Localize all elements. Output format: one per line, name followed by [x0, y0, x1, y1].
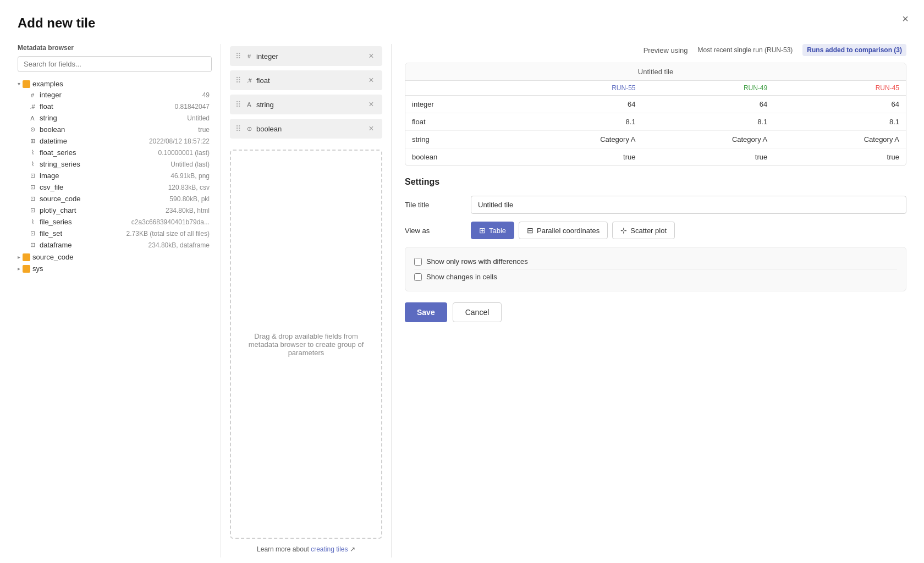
- view-parallel-button[interactable]: ⊟ Parallel coordinates: [519, 222, 608, 239]
- field-chip-boolean: ⠿ ⊙ boolean ×: [230, 119, 382, 139]
- type-icon-boolean: ⊙: [29, 126, 36, 133]
- view-as-row: View as ⊞ Table ⊟ Parallel coordinates ⊹: [405, 222, 906, 239]
- preview-table-title: Untitled tile: [405, 63, 906, 81]
- item-label-float: float: [40, 102, 53, 111]
- tile-title-row: Tile title: [405, 196, 906, 214]
- tile-title-label: Tile title: [405, 201, 471, 209]
- row-boolean-run49: true: [642, 148, 774, 166]
- tile-title-input[interactable]: [471, 196, 906, 214]
- folder-arrow-sys: ▸: [18, 266, 20, 272]
- preview-header: Preview using Most recent single run (RU…: [405, 44, 906, 56]
- field-chip-label-string: A string: [245, 101, 361, 109]
- show-diff-label[interactable]: Show only rows with differences: [426, 257, 528, 266]
- tree-item-integer[interactable]: # integer 49: [26, 89, 212, 101]
- tree-item-float-series[interactable]: ⌇ float_series 0.10000001 (last): [26, 147, 212, 158]
- drag-handle-boolean[interactable]: ⠿: [235, 124, 241, 133]
- remove-string-button[interactable]: ×: [366, 99, 377, 110]
- close-button[interactable]: ×: [902, 13, 909, 24]
- learn-more-link[interactable]: creating tiles: [311, 545, 348, 553]
- tree-item-string[interactable]: A string Untitled: [26, 112, 212, 124]
- type-icon-image: ⊡: [29, 172, 36, 179]
- folder-examples: ▾ examples # integer 49: [18, 79, 212, 251]
- action-buttons: Save Cancel: [405, 302, 906, 322]
- row-string-run55: Category A: [510, 131, 642, 148]
- tree-item-source-code[interactable]: ⊡ source_code 590.80kB, pkl: [26, 193, 212, 205]
- preview-table-wrap: Untitled tile RUN-55 RUN-49 RUN-45 integ…: [405, 63, 906, 166]
- folder-icon-source-code: [23, 253, 30, 261]
- folder-source-code: ▸ source_code: [18, 252, 212, 262]
- tree-item-float[interactable]: .# float 0.81842047: [26, 101, 212, 112]
- remove-float-button[interactable]: ×: [366, 75, 377, 86]
- folder-arrow-examples: ▾: [18, 81, 20, 87]
- field-chip-label-integer: # integer: [245, 52, 361, 60]
- cancel-button[interactable]: Cancel: [453, 302, 502, 322]
- type-icon-datetime: ⊞: [29, 137, 36, 145]
- type-icon-file-series: ⌇: [29, 218, 36, 225]
- folder-examples-items: # integer 49 .# float 0.81842047: [26, 89, 212, 251]
- view-as-label: View as: [405, 227, 471, 235]
- view-table-label: Table: [489, 227, 506, 235]
- main-layout: Metadata browser ▾ examples # integer: [18, 44, 906, 558]
- remove-integer-button[interactable]: ×: [366, 51, 377, 62]
- view-table-button[interactable]: ⊞ Table: [471, 222, 514, 239]
- remove-boolean-button[interactable]: ×: [366, 123, 377, 134]
- folder-sys-header[interactable]: ▸ sys: [18, 263, 212, 274]
- tree-item-image[interactable]: ⊡ image 46.91kB, png: [26, 170, 212, 181]
- item-label-source-code: source_code: [40, 195, 80, 203]
- show-diff-checkbox[interactable]: [414, 258, 422, 266]
- tree-item-file-series[interactable]: ⌇ file_series c2a3c6683940401b79da...: [26, 216, 212, 228]
- folder-sys: ▸ sys: [18, 263, 212, 274]
- show-changes-checkbox[interactable]: [414, 273, 422, 281]
- tree-item-dataframe[interactable]: ⊡ dataframe 234.80kB, dataframe: [26, 239, 212, 251]
- item-label-file-set: file_set: [40, 229, 62, 238]
- settings-section: Settings Tile title View as ⊞ Table: [405, 177, 906, 322]
- folder-examples-label: examples: [32, 80, 63, 88]
- item-value-float-series: 0.10000001 (last): [158, 149, 210, 157]
- tree-item-plotly-chart[interactable]: ⊡ plotly_chart 234.80kB, html: [26, 205, 212, 216]
- type-icon-string: A: [29, 115, 36, 122]
- col-header-label: [405, 81, 510, 96]
- folder-sys-label: sys: [32, 264, 43, 273]
- checkbox-group: Show only rows with differences Show cha…: [405, 247, 906, 291]
- tree-item-datetime[interactable]: ⊞ datetime 2022/08/12 18:57:22: [26, 135, 212, 147]
- learn-more-prefix: Learn more about: [257, 545, 309, 553]
- drop-zone[interactable]: Drag & drop available fields from metada…: [230, 150, 382, 539]
- folder-source-code-header[interactable]: ▸ source_code: [18, 252, 212, 262]
- search-input[interactable]: [18, 56, 212, 72]
- item-label-boolean: boolean: [40, 125, 65, 134]
- item-value-float: 0.81842047: [175, 103, 210, 111]
- drag-handle-integer[interactable]: ⠿: [235, 52, 241, 60]
- show-changes-row: Show changes in cells: [414, 269, 897, 284]
- show-changes-label[interactable]: Show changes in cells: [426, 273, 497, 281]
- save-button[interactable]: Save: [405, 302, 447, 322]
- type-icon-plotly-chart: ⊡: [29, 207, 36, 214]
- tree-item-boolean[interactable]: ⊙ boolean true: [26, 124, 212, 135]
- table-row-boolean: boolean true true true: [405, 148, 906, 166]
- chip-icon-integer: #: [245, 53, 253, 59]
- item-value-integer: 49: [202, 91, 210, 99]
- tree-item-string-series[interactable]: ⌇ string_series Untitled (last): [26, 158, 212, 170]
- item-value-string: Untitled: [187, 114, 210, 122]
- preview-label: Preview using: [644, 46, 688, 54]
- preview-panel: Preview using Most recent single run (RU…: [392, 44, 906, 558]
- preview-single-run-button[interactable]: Most recent single run (RUN-53): [694, 44, 798, 56]
- tree-item-csv-file[interactable]: ⊡ csv_file 120.83kB, csv: [26, 181, 212, 193]
- row-label-boolean: boolean: [405, 148, 510, 166]
- field-chip-label-float: .# float: [245, 76, 361, 85]
- item-value-datetime: 2022/08/12 18:57:22: [149, 137, 210, 145]
- chip-icon-boolean: ⊙: [245, 125, 253, 133]
- add-new-tile-modal: Add new tile × Metadata browser ▾ exampl…: [0, 0, 924, 563]
- drag-handle-string[interactable]: ⠿: [235, 100, 241, 109]
- item-value-plotly-chart: 234.80kB, html: [166, 207, 210, 214]
- drag-handle-float[interactable]: ⠿: [235, 76, 241, 85]
- preview-comparison-runs-button[interactable]: Runs added to comparison (3): [802, 44, 906, 56]
- row-float-run45: 8.1: [774, 113, 906, 131]
- col-header-run49: RUN-49: [642, 81, 774, 96]
- tree-item-file-set[interactable]: ⊡ file_set 2.73KB (total size of all fil…: [26, 228, 212, 239]
- metadata-tree: ▾ examples # integer 49: [18, 79, 212, 274]
- row-float-run49: 8.1: [642, 113, 774, 131]
- view-scatter-label: Scatter plot: [630, 227, 667, 235]
- item-value-source-code: 590.80kB, pkl: [169, 195, 210, 203]
- view-scatter-button[interactable]: ⊹ Scatter plot: [612, 222, 675, 239]
- folder-examples-header[interactable]: ▾ examples: [18, 79, 212, 89]
